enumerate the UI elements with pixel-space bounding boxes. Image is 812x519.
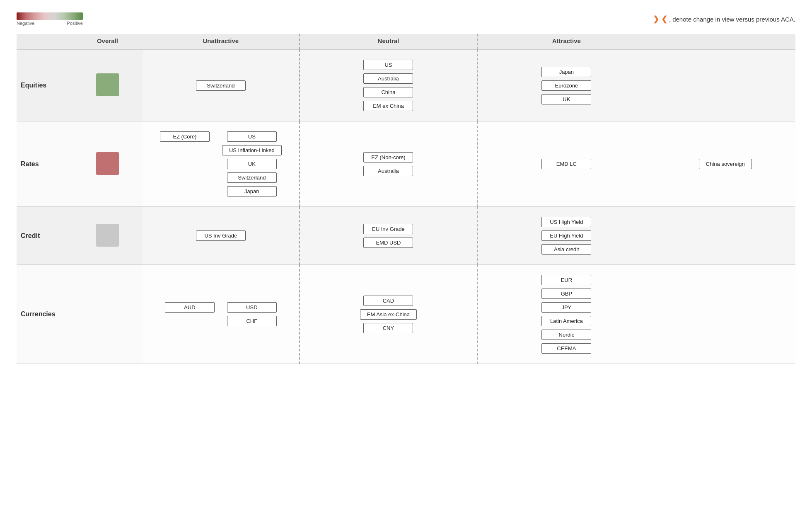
item-box: Japan xyxy=(227,186,277,196)
unattractive-wrapper: AUDUSDCHF xyxy=(147,301,295,328)
item-box: Latin America xyxy=(541,316,591,326)
legend: Negative Positive xyxy=(17,12,83,26)
item-box: EU Inv Grade xyxy=(363,224,413,234)
item-box: EU High Yield xyxy=(541,230,591,241)
items-column: EZ (Core) xyxy=(160,130,210,198)
item-box: Australia xyxy=(363,166,413,176)
credit-color-square xyxy=(96,224,119,247)
item-box: US xyxy=(227,131,277,142)
credit-neutral: EU Inv GradeEMD USD xyxy=(300,207,477,265)
currencies-attractive: EURGBPJPYLatin AmericaNordicCEEMA xyxy=(477,265,655,364)
main-table: Overall Unattractive Neutral Attractive … xyxy=(17,34,795,364)
item-box: EMD USD xyxy=(363,238,413,248)
items-column: USUS Inflation-LinkedUKSwitzerlandJapan xyxy=(222,130,282,198)
currencies-extra-attractive xyxy=(655,265,795,364)
chevrons-icon: ❯ ❮ xyxy=(653,15,667,23)
item-box: US Inv Grade xyxy=(196,230,246,241)
header-note: ❯ ❮ , denote change in view versus previ… xyxy=(653,12,795,24)
rates-color-square xyxy=(96,152,119,175)
legend-labels: Negative Positive xyxy=(17,21,83,26)
row-equities: EquitiesSwitzerlandUSAustraliaChinaEM ex… xyxy=(17,50,795,121)
item-box: USD xyxy=(227,302,277,313)
item-box: Asia credit xyxy=(541,244,591,255)
credit-unattractive: US Inv Grade xyxy=(143,207,300,265)
page: Negative Positive ❯ ❮ , denote change in… xyxy=(0,0,812,376)
legend-positive: Positive xyxy=(67,21,83,26)
item-box: EZ (Core) xyxy=(160,131,210,142)
row-rates: RatesEZ (Core)USUS Inflation-LinkedUKSwi… xyxy=(17,121,795,207)
items-column: EMD LC xyxy=(482,157,651,171)
equities-attractive: JapanEurozoneUK xyxy=(477,50,655,121)
item-box: EM ex China xyxy=(363,101,413,111)
legend-gradient xyxy=(17,12,83,20)
item-box: JPY xyxy=(541,302,591,313)
item-box: US Inflation-Linked xyxy=(222,145,282,155)
equities-neutral: USAustraliaChinaEM ex China xyxy=(300,50,477,121)
row-credit: CreditUS Inv GradeEU Inv GradeEMD USDUS … xyxy=(17,207,795,265)
unattractive-wrapper: EZ (Core)USUS Inflation-LinkedUKSwitzerl… xyxy=(147,130,295,198)
item-box: CNY xyxy=(363,323,413,333)
currencies-neutral: CADEM Asia ex-ChinaCNY xyxy=(300,265,477,364)
credit-attractive: US High YieldEU High YieldAsia credit xyxy=(477,207,655,265)
item-box: EZ (Non-core) xyxy=(363,152,413,162)
legend-negative: Negative xyxy=(17,21,34,26)
items-column: CADEM Asia ex-ChinaCNY xyxy=(304,294,473,335)
credit-extra-attractive xyxy=(655,207,795,265)
item-box: Switzerland xyxy=(227,172,277,183)
rates-neutral: EZ (Non-core)Australia xyxy=(300,121,477,207)
row-currencies: CurrenciesAUDUSDCHFCADEM Asia ex-ChinaCN… xyxy=(17,265,795,364)
item-box: US xyxy=(363,60,413,70)
credit-label: Credit xyxy=(17,207,72,265)
items-column: USAustraliaChinaEM ex China xyxy=(304,58,473,113)
legend-swatch xyxy=(17,12,83,20)
currencies-label: Currencies xyxy=(17,265,72,364)
item-box: GBP xyxy=(541,289,591,299)
item-box: Switzerland xyxy=(196,80,246,91)
rates-attractive: EMD LC xyxy=(477,121,655,207)
item-box: China sovereign xyxy=(699,159,752,169)
item-box: Nordic xyxy=(541,330,591,340)
col-header-overall xyxy=(17,34,72,50)
items-column: AUD xyxy=(165,301,215,328)
item-box: China xyxy=(363,87,413,97)
item-box: AUD xyxy=(165,302,215,313)
item-box: Japan xyxy=(541,67,591,77)
currencies-overall xyxy=(72,265,143,364)
header: Negative Positive ❯ ❮ , denote change in… xyxy=(17,12,795,26)
item-box: Australia xyxy=(363,73,413,84)
item-box: UK xyxy=(227,159,277,169)
item-box: EUR xyxy=(541,275,591,285)
col-header-attractive: Attractive xyxy=(477,34,655,50)
item-box: UK xyxy=(541,94,591,104)
item-box: US High Yield xyxy=(541,217,591,227)
item-box: EMD LC xyxy=(541,159,591,169)
item-box: CEEMA xyxy=(541,343,591,354)
item-box: CAD xyxy=(363,296,413,306)
items-column: Switzerland xyxy=(147,79,295,92)
item-box: Eurozone xyxy=(541,80,591,91)
rates-extra-attractive: China sovereign xyxy=(655,121,795,207)
col-header-overall-label: Overall xyxy=(72,34,143,50)
credit-overall xyxy=(72,207,143,265)
col-header-extra xyxy=(655,34,795,50)
items-column: EURGBPJPYLatin AmericaNordicCEEMA xyxy=(482,273,651,355)
equities-unattractive: Switzerland xyxy=(143,50,300,121)
items-column: US Inv Grade xyxy=(196,229,246,243)
items-column: JapanEurozoneUK xyxy=(482,65,651,106)
equities-label: Equities xyxy=(17,50,72,121)
items-column: EZ (Non-core)Australia xyxy=(304,150,473,178)
items-column: US High YieldEU High YieldAsia credit xyxy=(482,215,651,256)
currencies-unattractive: AUDUSDCHF xyxy=(143,265,300,364)
rates-unattractive: EZ (Core)USUS Inflation-LinkedUKSwitzerl… xyxy=(143,121,300,207)
unattractive-wrapper: US Inv Grade xyxy=(147,229,295,243)
item-box: CHF xyxy=(227,316,277,326)
equities-overall xyxy=(72,50,143,121)
rates-overall xyxy=(72,121,143,207)
note-text: , denote change in view versus previous … xyxy=(669,16,795,23)
items-column: EU Inv GradeEMD USD xyxy=(304,222,473,250)
col-header-neutral: Neutral xyxy=(300,34,477,50)
equities-color-square xyxy=(96,73,119,96)
items-column: China sovereign xyxy=(660,157,791,171)
equities-extra-attractive xyxy=(655,50,795,121)
item-box: EM Asia ex-China xyxy=(360,309,417,320)
